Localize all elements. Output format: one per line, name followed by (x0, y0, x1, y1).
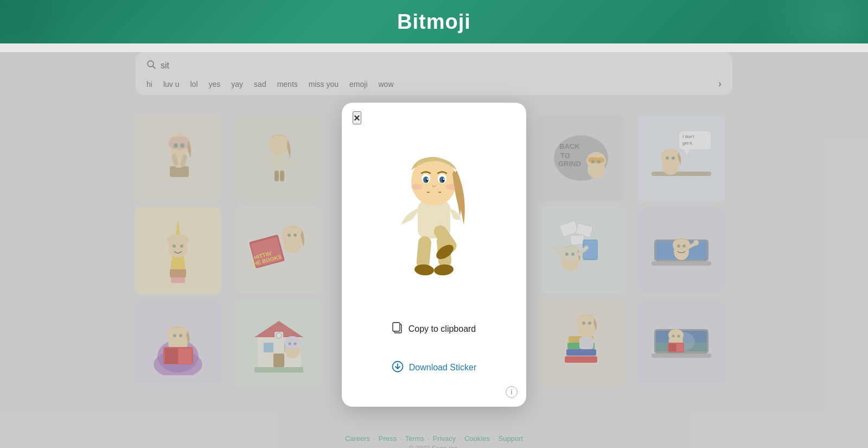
download-label: Download Sticker (409, 363, 477, 373)
svg-rect-133 (393, 323, 400, 331)
svg-point-131 (446, 184, 457, 190)
svg-point-127 (427, 178, 429, 180)
modal-info-icon[interactable]: i (506, 386, 518, 398)
app-title: Bitmoji (397, 10, 471, 34)
modal-card: × (342, 103, 526, 407)
download-sticker-button[interactable]: Download Sticker (358, 353, 510, 383)
copy-to-clipboard-button[interactable]: Copy to clipboard (358, 314, 510, 344)
svg-point-129 (426, 192, 442, 200)
modal-sticker-display (363, 130, 505, 304)
header-decoration-left (0, 0, 108, 43)
modal-actions: Copy to clipboard Download Sticker (353, 314, 515, 383)
svg-point-130 (411, 184, 422, 190)
header-decoration-right (705, 0, 868, 43)
svg-rect-114 (416, 236, 432, 269)
svg-point-117 (433, 263, 454, 276)
clipboard-icon (392, 322, 403, 337)
main-container: sit hi luv u lol yes yay sad ments miss … (0, 52, 868, 448)
download-icon (392, 361, 404, 375)
modal-sticker-image (380, 135, 488, 298)
app-header: Bitmoji (0, 0, 868, 43)
svg-point-116 (414, 263, 435, 276)
modal-overlay[interactable]: × (0, 52, 868, 448)
modal-close-button[interactable]: × (353, 111, 361, 124)
copy-label: Copy to clipboard (409, 324, 476, 334)
svg-point-128 (443, 178, 445, 180)
info-symbol: i (511, 388, 513, 396)
